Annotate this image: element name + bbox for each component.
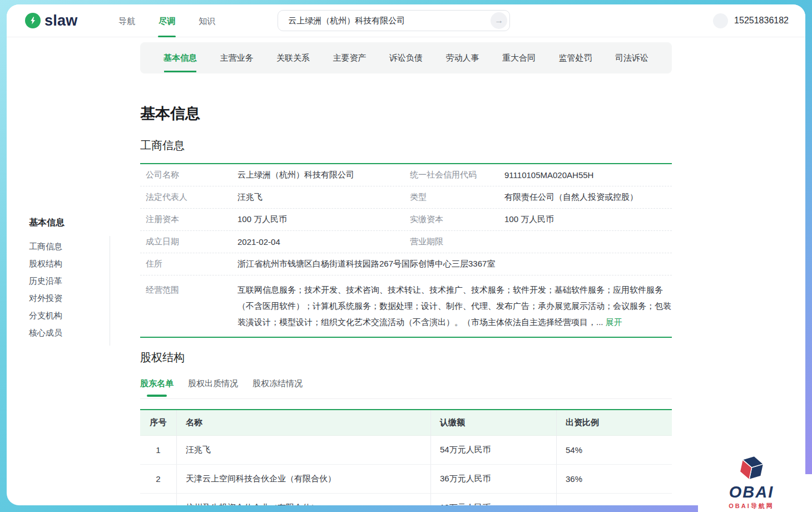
row-index: 2 [140, 465, 177, 494]
sidebar-item-business-info[interactable]: 工商信息 [29, 238, 110, 255]
business-scope-text: 互联网信息服务；技术开发、技术咨询、技术转让、技术推广、技术服务；软件开发；基础… [237, 282, 672, 330]
tab-basic-info[interactable]: 基本信息 [164, 42, 197, 73]
cube-icon [735, 452, 768, 486]
company-search-input[interactable]: 云上绿洲（杭州）科技有限公司 → [278, 10, 510, 31]
field-label: 类型 [410, 192, 504, 203]
ownership-ratio: 54% [557, 436, 672, 465]
subtab-equity-freeze[interactable]: 股权冻结情况 [252, 378, 303, 398]
table-row: 法定代表人 汪兆飞 类型 有限责任公司（自然人投资或控股） [140, 186, 672, 209]
bolt-icon [25, 13, 41, 28]
sidebar-item-equity-structure[interactable]: 股权结构 [29, 255, 110, 272]
field-value: 汪兆飞 [237, 192, 410, 203]
field-label: 成立日期 [146, 237, 237, 247]
top-bar: slaw 导航 尽调 知识 云上绿洲（杭州）科技有限公司 → 152518361… [7, 4, 805, 37]
main-content: 基本信息 主营业务 关联关系 主要资产 诉讼负债 劳动人事 重大合同 监管处罚 … [140, 42, 672, 505]
field-label: 实缴资本 [410, 214, 504, 225]
table-row: 2 天津云上空间科技合伙企业（有限合伙） 36万元人民币 36% [140, 465, 672, 494]
tab-main-business[interactable]: 主营业务 [220, 42, 254, 73]
subtab-equity-pledge[interactable]: 股权出质情况 [188, 378, 238, 398]
account-phone[interactable]: 15251836182 [734, 16, 789, 26]
sidebar-sublist: 工商信息 股权结构 历史沿革 对外投资 分支机构 核心成员 [29, 236, 110, 346]
nav-item-daohang[interactable]: 导航 [118, 4, 135, 37]
field-value: 浙江省杭州市钱塘区白杨街道科技园路267号国际创博中心三层3367室 [237, 259, 672, 269]
shareholder-name-link[interactable]: 杭州盈牛投资合伙企业（有限合伙） [177, 494, 431, 505]
field-value: 2021-02-04 [237, 237, 410, 247]
search-submit-button[interactable]: → [491, 12, 507, 29]
field-label: 经营范围 [146, 282, 237, 298]
subscribed-amount: 54万元人民币 [431, 436, 557, 465]
field-label: 注册资本 [146, 214, 237, 225]
table-row-business-scope: 经营范围 互联网信息服务；技术开发、技术咨询、技术转让、技术推广、技术服务；软件… [140, 275, 672, 337]
watermark-brand: OBAI [729, 484, 774, 500]
tab-regulatory-penalties[interactable]: 监管处罚 [559, 42, 592, 73]
ownership-ratio: 36% [557, 465, 672, 494]
primary-nav: 导航 尽调 知识 [118, 4, 215, 37]
column-header-amount: 认缴额 [431, 410, 557, 436]
section-tabbar: 基本信息 主营业务 关联关系 主要资产 诉讼负债 劳动人事 重大合同 监管处罚 … [140, 42, 672, 73]
table-row-address: 住所 浙江省杭州市钱塘区白杨街道科技园路267号国际创博中心三层3367室 [140, 253, 672, 275]
ownership-ratio: 10% [557, 494, 672, 505]
field-label: 统一社会信用代码 [410, 170, 504, 180]
sidebar-item-outbound-investment[interactable]: 对外投资 [29, 289, 110, 307]
column-header-name: 名称 [177, 410, 431, 436]
account-area: 15251836182 [713, 13, 789, 28]
tab-labor[interactable]: 劳动人事 [446, 42, 479, 73]
field-value: 100 万人民币 [237, 214, 410, 225]
sidebar-item-basic-info[interactable]: 基本信息 [29, 217, 110, 229]
obai-watermark: OBAI OBAI导航网 [720, 455, 783, 510]
nav-item-zhishi[interactable]: 知识 [199, 4, 215, 37]
app-window: slaw 导航 尽调 知识 云上绿洲（杭州）科技有限公司 → 152518361… [7, 4, 805, 505]
table-row: 1 汪兆飞 54万元人民币 54% [140, 436, 672, 465]
column-header-index: 序号 [140, 410, 177, 436]
expand-link[interactable]: 展开 [606, 317, 622, 327]
tab-relations[interactable]: 关联关系 [276, 42, 310, 73]
field-label: 营业期限 [410, 237, 504, 247]
field-value: 91110105MA020AH55H [504, 170, 672, 180]
row-index: 3 [140, 494, 177, 505]
business-info-table: 公司名称 云上绿洲（杭州）科技有限公司 统一社会信用代码 91110105MA0… [140, 163, 672, 338]
shareholder-name: 汪兆飞 [177, 436, 431, 465]
tab-main-assets[interactable]: 主要资产 [333, 42, 367, 73]
table-row: 3 杭州盈牛投资合伙企业（有限合伙） 10万元人民币 10% [140, 494, 672, 505]
sidebar-item-history[interactable]: 历史沿革 [29, 272, 110, 289]
shareholder-name-link[interactable]: 天津云上空间科技合伙企业（有限合伙） [177, 465, 431, 494]
equity-heading: 股权结构 [140, 350, 672, 365]
subscribed-amount: 10万元人民币 [431, 494, 557, 505]
field-label: 住所 [146, 259, 237, 269]
field-label: 法定代表人 [146, 192, 237, 203]
watermark-caption: OBAI导航网 [729, 502, 774, 510]
search-value[interactable]: 云上绿洲（杭州）科技有限公司 [288, 16, 405, 26]
table-header-row: 序号 名称 认缴额 出资比例 [140, 410, 672, 436]
tab-litigation-debt[interactable]: 诉讼负债 [389, 42, 423, 73]
sidebar-item-branches[interactable]: 分支机构 [29, 307, 110, 324]
row-index: 1 [140, 436, 177, 465]
arrow-right-icon: → [494, 16, 503, 26]
tab-judicial-litigation[interactable]: 司法诉讼 [615, 42, 648, 73]
brand-name: slaw [44, 12, 77, 29]
anchor-sidebar: 基本信息 工商信息 股权结构 历史沿革 对外投资 分支机构 核心成员 [29, 217, 110, 346]
column-header-ratio: 出资比例 [557, 410, 672, 436]
equity-subtabs: 股东名单 股权出质情况 股权冻结情况 [140, 378, 672, 399]
brand-logo[interactable]: slaw [25, 12, 77, 29]
field-value: 云上绿洲（杭州）科技有限公司 [237, 170, 410, 180]
sidebar-item-key-members[interactable]: 核心成员 [29, 324, 110, 341]
avatar[interactable] [713, 13, 728, 28]
shareholder-table: 序号 名称 认缴额 出资比例 1 汪兆飞 54万元人民币 54% 2 天津云上空… [140, 409, 672, 505]
business-info-heading: 工商信息 [140, 138, 672, 153]
table-row: 注册资本 100 万人民币 实缴资本 100 万人民币 [140, 209, 672, 231]
tab-major-contracts[interactable]: 重大合同 [502, 42, 536, 73]
field-label: 公司名称 [146, 170, 237, 180]
field-value: 100 万人民币 [504, 214, 672, 225]
table-row: 公司名称 云上绿洲（杭州）科技有限公司 统一社会信用代码 91110105MA0… [140, 164, 672, 186]
subtab-shareholder-list[interactable]: 股东名单 [140, 378, 174, 398]
table-row: 成立日期 2021-02-04 营业期限 [140, 231, 672, 253]
nav-item-jindiao[interactable]: 尽调 [159, 4, 175, 37]
subscribed-amount: 36万元人民币 [431, 465, 557, 494]
page-title: 基本信息 [140, 104, 672, 124]
field-value: 有限责任公司（自然人投资或控股） [504, 192, 672, 203]
